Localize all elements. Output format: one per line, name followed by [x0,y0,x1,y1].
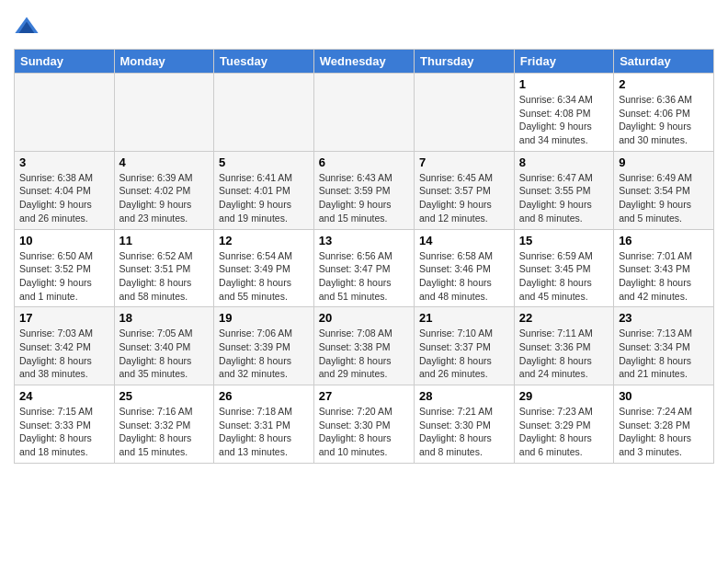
weekday-header-saturday: Saturday [614,50,714,74]
day-info: Sunrise: 7:10 AMSunset: 3:37 PMDaylight:… [419,327,509,381]
calendar-cell: 29Sunrise: 7:23 AMSunset: 3:29 PMDayligh… [514,385,613,464]
weekday-row: SundayMondayTuesdayWednesdayThursdayFrid… [15,50,714,74]
day-info: Sunrise: 6:50 AMSunset: 3:52 PMDaylight:… [19,249,109,304]
calendar-header: SundayMondayTuesdayWednesdayThursdayFrid… [15,50,714,74]
calendar-cell: 24Sunrise: 7:15 AMSunset: 3:33 PMDayligh… [15,385,115,464]
logo-icon [14,14,40,40]
day-info: Sunrise: 7:24 AMSunset: 3:28 PMDaylight:… [619,405,709,459]
day-number: 6 [319,155,409,169]
day-info: Sunrise: 6:41 AMSunset: 4:01 PMDaylight:… [219,171,309,225]
calendar-cell [415,74,515,152]
day-number: 21 [419,311,509,325]
day-number: 27 [319,389,409,403]
day-number: 4 [119,155,210,169]
day-number: 17 [19,311,109,325]
day-info: Sunrise: 6:56 AMSunset: 3:47 PMDaylight:… [319,249,409,304]
day-info: Sunrise: 7:18 AMSunset: 3:31 PMDaylight:… [219,405,309,459]
day-number: 26 [219,389,309,403]
calendar-cell: 12Sunrise: 6:54 AMSunset: 3:49 PMDayligh… [214,229,314,307]
calendar-cell: 30Sunrise: 7:24 AMSunset: 3:28 PMDayligh… [614,385,714,464]
day-number: 25 [119,389,210,403]
calendar-cell: 7Sunrise: 6:45 AMSunset: 3:57 PMDaylight… [415,151,515,229]
day-info: Sunrise: 6:36 AMSunset: 4:06 PMDaylight:… [619,93,709,147]
week-row-3: 10Sunrise: 6:50 AMSunset: 3:52 PMDayligh… [15,229,714,307]
day-number: 15 [519,234,609,247]
day-info: Sunrise: 7:20 AMSunset: 3:30 PMDaylight:… [319,405,409,459]
week-row-4: 17Sunrise: 7:03 AMSunset: 3:42 PMDayligh… [15,307,714,385]
day-number: 30 [619,389,709,403]
calendar-body: 1Sunrise: 6:34 AMSunset: 4:08 PMDaylight… [15,74,714,464]
day-info: Sunrise: 7:15 AMSunset: 3:33 PMDaylight:… [19,405,109,459]
calendar-cell: 17Sunrise: 7:03 AMSunset: 3:42 PMDayligh… [15,307,115,385]
day-number: 3 [19,155,109,169]
logo [14,14,43,40]
day-info: Sunrise: 6:49 AMSunset: 3:54 PMDaylight:… [619,171,709,225]
calendar-cell: 1Sunrise: 6:34 AMSunset: 4:08 PMDaylight… [514,74,613,152]
calendar-cell: 23Sunrise: 7:13 AMSunset: 3:34 PMDayligh… [614,307,714,385]
calendar: SundayMondayTuesdayWednesdayThursdayFrid… [14,49,714,464]
day-info: Sunrise: 7:05 AMSunset: 3:40 PMDaylight:… [119,327,210,381]
day-number: 19 [219,311,309,325]
week-row-1: 1Sunrise: 6:34 AMSunset: 4:08 PMDaylight… [15,74,714,152]
calendar-cell: 27Sunrise: 7:20 AMSunset: 3:30 PMDayligh… [313,385,414,464]
day-number: 22 [519,311,609,325]
day-info: Sunrise: 7:23 AMSunset: 3:29 PMDaylight:… [519,405,609,459]
calendar-cell [114,74,214,152]
calendar-cell: 14Sunrise: 6:58 AMSunset: 3:46 PMDayligh… [415,229,515,307]
calendar-cell: 6Sunrise: 6:43 AMSunset: 3:59 PMDaylight… [313,151,414,229]
calendar-cell: 9Sunrise: 6:49 AMSunset: 3:54 PMDaylight… [614,151,714,229]
calendar-cell [313,74,414,152]
calendar-cell: 5Sunrise: 6:41 AMSunset: 4:01 PMDaylight… [214,151,314,229]
day-info: Sunrise: 6:34 AMSunset: 4:08 PMDaylight:… [519,93,609,147]
day-number: 7 [419,155,509,169]
weekday-header-friday: Friday [514,50,613,74]
day-info: Sunrise: 6:58 AMSunset: 3:46 PMDaylight:… [419,249,509,304]
page: SundayMondayTuesdayWednesdayThursdayFrid… [0,0,728,563]
calendar-cell: 2Sunrise: 6:36 AMSunset: 4:06 PMDaylight… [614,74,714,152]
calendar-cell: 26Sunrise: 7:18 AMSunset: 3:31 PMDayligh… [214,385,314,464]
day-number: 28 [419,389,509,403]
day-info: Sunrise: 6:39 AMSunset: 4:02 PMDaylight:… [119,171,210,225]
day-info: Sunrise: 6:38 AMSunset: 4:04 PMDaylight:… [19,171,109,225]
calendar-cell: 8Sunrise: 6:47 AMSunset: 3:55 PMDaylight… [514,151,613,229]
calendar-cell [214,74,314,152]
day-number: 16 [619,234,709,247]
calendar-cell: 18Sunrise: 7:05 AMSunset: 3:40 PMDayligh… [114,307,214,385]
day-info: Sunrise: 6:45 AMSunset: 3:57 PMDaylight:… [419,171,509,225]
header [14,14,714,40]
day-info: Sunrise: 6:54 AMSunset: 3:49 PMDaylight:… [219,249,309,304]
day-number: 9 [619,155,709,169]
day-number: 13 [319,234,409,247]
day-info: Sunrise: 7:01 AMSunset: 3:43 PMDaylight:… [619,249,709,304]
day-number: 12 [219,234,309,247]
day-info: Sunrise: 6:43 AMSunset: 3:59 PMDaylight:… [319,171,409,225]
calendar-cell: 4Sunrise: 6:39 AMSunset: 4:02 PMDaylight… [114,151,214,229]
day-info: Sunrise: 7:08 AMSunset: 3:38 PMDaylight:… [319,327,409,381]
weekday-header-wednesday: Wednesday [313,50,414,74]
day-info: Sunrise: 7:21 AMSunset: 3:30 PMDaylight:… [419,405,509,459]
calendar-cell [15,74,115,152]
calendar-cell: 16Sunrise: 7:01 AMSunset: 3:43 PMDayligh… [614,229,714,307]
day-info: Sunrise: 7:11 AMSunset: 3:36 PMDaylight:… [519,327,609,381]
day-info: Sunrise: 6:59 AMSunset: 3:45 PMDaylight:… [519,249,609,304]
day-number: 29 [519,389,609,403]
day-number: 8 [519,155,609,169]
svg-rect-2 [24,28,30,33]
week-row-5: 24Sunrise: 7:15 AMSunset: 3:33 PMDayligh… [15,385,714,464]
calendar-cell: 28Sunrise: 7:21 AMSunset: 3:30 PMDayligh… [415,385,515,464]
calendar-cell: 10Sunrise: 6:50 AMSunset: 3:52 PMDayligh… [15,229,115,307]
day-number: 2 [619,77,709,91]
day-info: Sunrise: 6:47 AMSunset: 3:55 PMDaylight:… [519,171,609,225]
day-number: 24 [19,389,109,403]
week-row-2: 3Sunrise: 6:38 AMSunset: 4:04 PMDaylight… [15,151,714,229]
calendar-cell: 13Sunrise: 6:56 AMSunset: 3:47 PMDayligh… [313,229,414,307]
day-info: Sunrise: 7:13 AMSunset: 3:34 PMDaylight:… [619,327,709,381]
calendar-cell: 15Sunrise: 6:59 AMSunset: 3:45 PMDayligh… [514,229,613,307]
calendar-cell: 19Sunrise: 7:06 AMSunset: 3:39 PMDayligh… [214,307,314,385]
day-number: 1 [519,77,609,91]
weekday-header-monday: Monday [114,50,214,74]
weekday-header-tuesday: Tuesday [214,50,314,74]
day-number: 20 [319,311,409,325]
day-number: 11 [119,234,210,247]
day-info: Sunrise: 7:06 AMSunset: 3:39 PMDaylight:… [219,327,309,381]
